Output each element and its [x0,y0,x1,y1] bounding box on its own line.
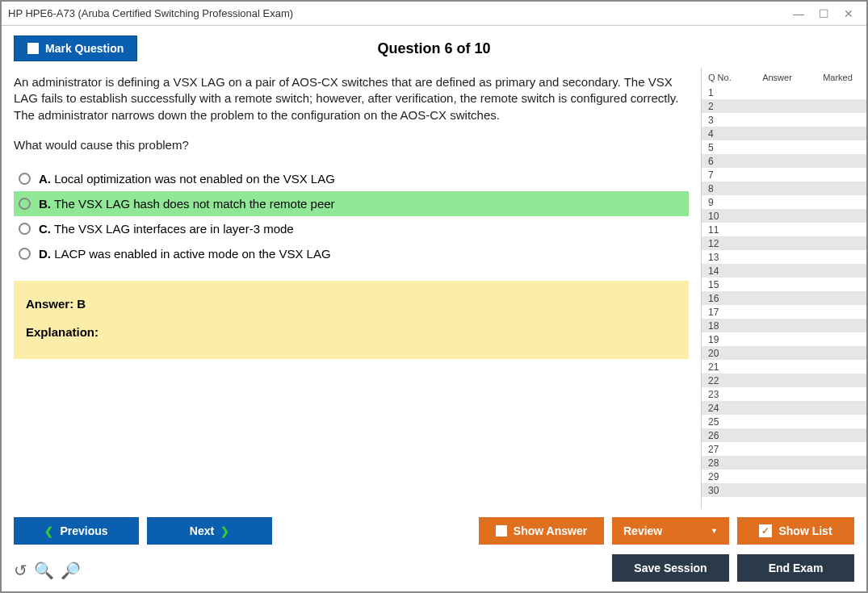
window-title: HP HPE6-A73 (Aruba Certified Switching P… [8,7,793,19]
list-row[interactable]: 23 [702,387,866,401]
row-qno: 30 [708,485,732,496]
list-row[interactable]: 25 [702,415,866,428]
list-row[interactable]: 15 [702,278,866,291]
zoom-reset-icon[interactable]: ↺ [14,561,27,580]
list-header: Q No. Answer Marked [702,68,866,86]
footer: ❮ Previous Next ❯ Show Answer Review ▼ ✓… [2,509,866,591]
list-row[interactable]: 20 [702,346,866,360]
question-text: An administrator is defining a VSX LAG o… [14,74,689,123]
row-qno: 19 [708,334,732,345]
option-c[interactable]: C. The VSX LAG interfaces are in layer-3… [14,216,689,241]
list-row[interactable]: 22 [702,374,866,387]
check-icon: ✓ [759,524,772,537]
list-row[interactable]: 26 [702,428,866,442]
window-controls: — ☐ ✕ [793,7,860,20]
button-row-1: ❮ Previous Next ❯ Show Answer Review ▼ ✓… [14,517,854,545]
list-row[interactable]: 30 [702,483,866,497]
list-row[interactable]: 8 [702,182,866,195]
list-row[interactable]: 10 [702,209,866,223]
radio-icon [19,198,31,210]
option-label: C. The VSX LAG interfaces are in layer-3… [39,222,294,236]
list-row[interactable]: 9 [702,195,866,209]
list-row[interactable]: 16 [702,291,866,305]
row-qno: 29 [708,471,732,482]
option-b[interactable]: B. The VSX LAG hash does not match the r… [14,191,689,216]
minimize-icon[interactable]: — [793,7,804,20]
list-row[interactable]: 14 [702,264,866,278]
row-qno: 6 [708,156,732,167]
list-row[interactable]: 27 [702,442,866,456]
list-row[interactable]: 17 [702,305,866,319]
col-marked: Marked [816,73,860,82]
list-row[interactable]: 28 [702,456,866,470]
question-content: An administrator is defining a VSX LAG o… [2,68,701,528]
dropdown-icon: ▼ [711,527,718,535]
zoom-controls: ↺ 🔍 🔎 [14,561,81,580]
row-qno: 17 [708,307,732,318]
row-qno: 7 [708,169,732,181]
list-row[interactable]: 1 [702,86,866,99]
col-qno: Q No. [708,73,739,82]
row-qno: 28 [708,457,732,469]
list-row[interactable]: 19 [702,332,866,346]
row-qno: 14 [708,265,732,277]
row-qno: 3 [708,115,732,126]
row-qno: 10 [708,211,732,222]
list-row[interactable]: 4 [702,127,866,140]
review-button[interactable]: Review ▼ [612,517,729,545]
row-qno: 2 [708,101,732,112]
row-qno: 12 [708,238,732,249]
next-button[interactable]: Next ❯ [147,517,272,545]
question-list[interactable]: 1234567891011121314151617181920212223242… [702,86,866,528]
close-icon[interactable]: ✕ [844,7,853,20]
row-qno: 4 [708,128,732,140]
previous-button[interactable]: ❮ Previous [14,517,139,545]
header: Mark Question Question 6 of 10 [2,26,866,68]
titlebar: HP HPE6-A73 (Aruba Certified Switching P… [2,2,866,26]
show-list-label: Show List [778,524,832,537]
previous-label: Previous [60,524,107,537]
row-qno: 1 [708,87,732,98]
row-qno: 13 [708,252,732,263]
row-qno: 9 [708,197,732,208]
explanation-label: Explanation: [26,325,677,339]
save-session-button[interactable]: Save Session [612,554,729,582]
maximize-icon[interactable]: ☐ [819,7,829,20]
question-list-panel: Q No. Answer Marked 12345678910111213141… [701,68,866,528]
end-exam-button[interactable]: End Exam [737,554,854,582]
list-row[interactable]: 21 [702,360,866,374]
list-row[interactable]: 11 [702,223,866,236]
option-label: B. The VSX LAG hash does not match the r… [39,197,335,211]
list-row[interactable]: 3 [702,113,866,127]
show-list-button[interactable]: ✓ Show List [737,517,854,545]
row-qno: 16 [708,293,732,304]
main: An administrator is defining a VSX LAG o… [2,68,866,528]
show-answer-button[interactable]: Show Answer [479,517,604,545]
answer-label: Answer: B [26,297,677,311]
list-row[interactable]: 13 [702,250,866,264]
button-row-2: Save Session End Exam [14,554,854,582]
row-qno: 21 [708,361,732,373]
radio-icon [19,248,31,260]
show-answer-label: Show Answer [514,524,587,537]
list-row[interactable]: 2 [702,99,866,113]
list-row[interactable]: 12 [702,236,866,250]
zoom-in-icon[interactable]: 🔍 [34,561,54,580]
list-row[interactable]: 24 [702,401,866,415]
option-label: A. Local optimization was not enabled on… [39,172,335,186]
checkbox-icon [27,43,39,54]
chevron-left-icon: ❮ [44,525,53,537]
row-qno: 15 [708,279,732,290]
list-row[interactable]: 6 [702,154,866,168]
option-d[interactable]: D. LACP was enabled in active mode on th… [14,241,689,266]
row-qno: 18 [708,320,732,332]
mark-question-button[interactable]: Mark Question [14,35,137,61]
list-row[interactable]: 5 [702,140,866,154]
review-label: Review [623,524,662,537]
list-row[interactable]: 18 [702,319,866,332]
list-row[interactable]: 7 [702,168,866,182]
zoom-out-icon[interactable]: 🔎 [61,561,81,580]
option-a[interactable]: A. Local optimization was not enabled on… [14,166,689,191]
list-row[interactable]: 29 [702,470,866,483]
radio-icon [19,173,31,185]
